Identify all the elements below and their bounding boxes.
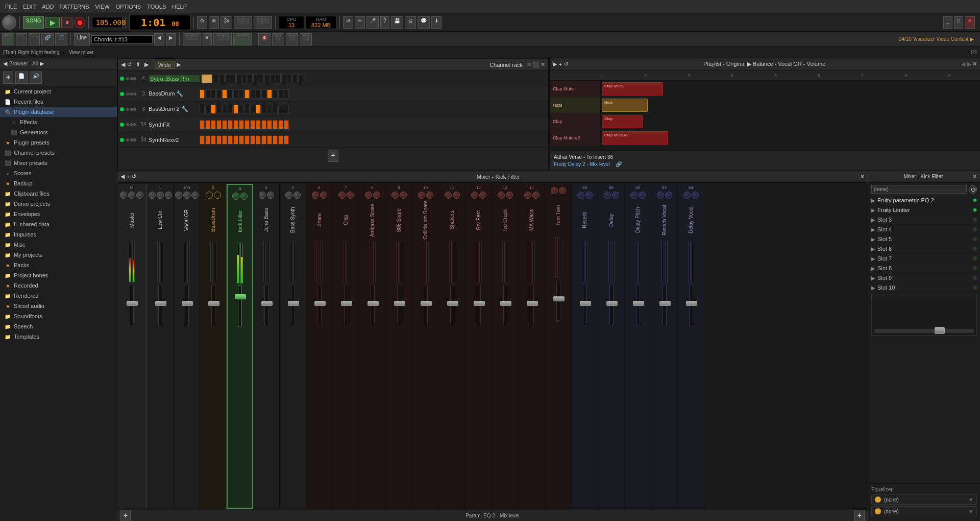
ch-knob[interactable] xyxy=(551,187,558,194)
master-knob-2[interactable] xyxy=(128,192,135,199)
step[interactable] xyxy=(273,105,278,114)
fader-handle[interactable] xyxy=(314,301,326,306)
ch-knob[interactable] xyxy=(630,192,638,199)
fader-handle[interactable] xyxy=(208,301,219,306)
sidebar-item-demo[interactable]: 📁 Demo projects xyxy=(0,199,117,209)
step[interactable] xyxy=(261,135,266,145)
ch-knob[interactable] xyxy=(400,192,407,199)
step[interactable] xyxy=(284,89,289,99)
ch-knob[interactable] xyxy=(445,192,452,199)
sidebar-item-clipboard[interactable]: 📁 Clipboard files xyxy=(0,188,117,199)
step[interactable] xyxy=(233,105,238,114)
ch-knob[interactable] xyxy=(232,193,239,200)
fader-handle[interactable] xyxy=(341,301,352,306)
ch-knob[interactable] xyxy=(165,192,172,199)
ch-knob[interactable] xyxy=(214,192,221,199)
sidebar-item-mixer-presets[interactable]: ⬛ Mixer presets xyxy=(0,158,117,168)
ch-name[interactable]: Reverb xyxy=(582,200,587,241)
step[interactable] xyxy=(228,135,233,145)
ch-knob[interactable] xyxy=(506,192,513,199)
slot-led[interactable] xyxy=(973,276,977,280)
toolbar-loop[interactable]: ↺ xyxy=(343,16,353,29)
sidebar-item-recent-files[interactable]: 📄 Recent files xyxy=(0,97,117,107)
pattern-block[interactable]: Clap xyxy=(602,115,643,128)
mixer-undo[interactable]: ↺ xyxy=(132,173,136,180)
step[interactable] xyxy=(200,89,205,99)
ch-knob-mini[interactable] xyxy=(130,123,133,126)
fader-handle[interactable] xyxy=(288,301,299,306)
ch-name[interactable]: Vocal GR xyxy=(184,200,189,241)
step[interactable] xyxy=(278,105,283,114)
ch-name[interactable]: Bass Synth xyxy=(290,200,296,241)
fader-handle[interactable] xyxy=(368,301,379,306)
ch-name[interactable]: Low Ctrl xyxy=(157,200,163,241)
toolbar-mic[interactable]: 🎤 xyxy=(366,16,379,29)
sidebar-item-misc[interactable]: 📁 Misc xyxy=(0,240,117,250)
step[interactable] xyxy=(205,89,210,99)
step[interactable] xyxy=(211,120,216,129)
fader-track[interactable] xyxy=(530,285,534,325)
toolbar-icon-1[interactable]: ⟰ xyxy=(197,16,207,29)
step[interactable] xyxy=(261,89,266,99)
ch-knob[interactable] xyxy=(657,192,664,199)
fader-track[interactable] xyxy=(291,285,295,325)
ch-knob[interactable] xyxy=(157,192,164,199)
step[interactable] xyxy=(222,135,227,145)
arrange-btn[interactable]: ≡ xyxy=(203,33,212,45)
ch-knob[interactable] xyxy=(692,192,699,199)
fader-track[interactable] xyxy=(344,285,348,325)
step[interactable] xyxy=(216,120,222,129)
fader-handle[interactable] xyxy=(394,301,405,306)
menu-add[interactable]: ADD xyxy=(39,3,57,11)
mute-btn[interactable]: 🔇 xyxy=(258,33,271,45)
plugin-slot-3[interactable]: ▶ Slot 3 xyxy=(868,215,980,225)
record-btn[interactable]: ⏺ xyxy=(74,17,85,28)
ch-name[interactable]: MA Waca xyxy=(529,200,534,241)
panel-minimize-btn[interactable]: _ xyxy=(871,174,874,179)
add-track-btn[interactable]: + xyxy=(559,61,562,67)
ch-knob-mini[interactable] xyxy=(126,138,129,141)
ch-knob[interactable] xyxy=(585,192,593,199)
ch-knob[interactable] xyxy=(453,192,460,199)
piano-roll-btn[interactable]: ⬛ xyxy=(2,33,14,45)
sidebar-item-backup[interactable]: ★ Backup xyxy=(0,178,117,188)
solo-btn[interactable]: ⬛ xyxy=(272,33,284,45)
eq-led-2[interactable] xyxy=(875,508,881,514)
fader-handle[interactable] xyxy=(527,301,538,306)
ch-knob-mini[interactable] xyxy=(126,92,129,96)
ch-name[interactable]: 808 Snare xyxy=(396,200,402,241)
ch-name[interactable]: Juno Bass xyxy=(263,200,269,241)
step[interactable] xyxy=(233,89,238,99)
plugin-slot-4[interactable]: ▶ Slot 4 xyxy=(868,225,980,234)
ch-knob[interactable] xyxy=(338,192,346,199)
bpm-display[interactable]: 105.000 xyxy=(92,17,122,28)
step[interactable] xyxy=(276,74,281,83)
step[interactable] xyxy=(256,89,261,99)
ch-knob[interactable] xyxy=(498,192,505,199)
step[interactable] xyxy=(250,105,255,114)
link-btn[interactable]: 🔗 xyxy=(41,33,54,45)
fader-handle[interactable] xyxy=(686,301,697,306)
ch-knob[interactable] xyxy=(391,192,399,199)
fader-handle[interactable] xyxy=(421,301,432,306)
step[interactable] xyxy=(216,135,222,145)
step[interactable] xyxy=(244,89,250,99)
sidebar-item-my-projects[interactable]: 📁 My projects xyxy=(0,250,117,260)
close-btn[interactable]: ✕ xyxy=(965,16,975,29)
step[interactable] xyxy=(284,135,289,145)
plugin-slot-eq2[interactable]: ▶ Fruity parametric EQ 2 xyxy=(868,196,980,205)
ch-knob[interactable] xyxy=(293,192,301,199)
channel-name[interactable]: Sytru..Bass Rm xyxy=(149,75,200,82)
toolbar-icon-4[interactable]: ⬛⬛ xyxy=(234,16,252,29)
fader-track[interactable] xyxy=(609,285,614,325)
toolbar-icon-2[interactable]: ≋ xyxy=(209,16,219,29)
step[interactable] xyxy=(250,135,255,145)
fader-handle[interactable] xyxy=(500,301,511,306)
channel-rack-close[interactable]: ✕ xyxy=(541,61,545,68)
contest-link[interactable]: 04/10 Visualizer Video Contest ▶ xyxy=(895,36,978,42)
menu-options[interactable]: OPTIONS xyxy=(113,3,144,11)
stop-btn[interactable]: ■ xyxy=(61,17,72,28)
ch-knob[interactable] xyxy=(206,192,213,199)
plugin-slot-9[interactable]: ▶ Slot 9 xyxy=(868,273,980,283)
step[interactable] xyxy=(250,120,255,129)
